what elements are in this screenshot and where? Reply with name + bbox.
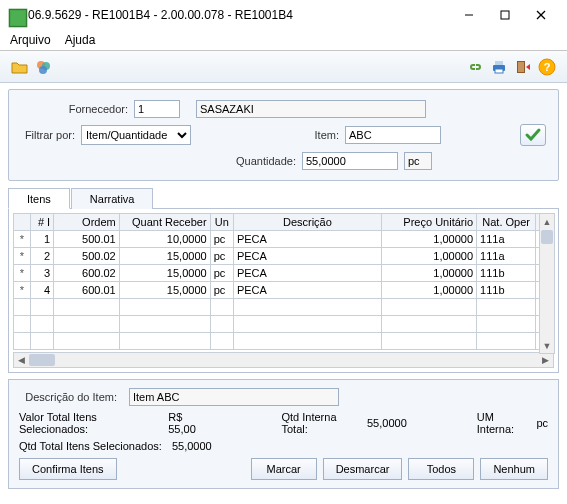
horizontal-scrollbar[interactable]: ◀ ▶ <box>13 352 554 368</box>
um-interna-value: pc <box>536 417 548 429</box>
cell-nat[interactable]: 111b <box>477 265 536 282</box>
menubar: Arquivo Ajuda <box>0 30 567 51</box>
cell-desc[interactable]: PECA <box>233 282 381 299</box>
table-row[interactable]: *4600.0115,0000pcPECA1,00000111b <box>14 282 547 299</box>
cell-ordem[interactable]: 500.01 <box>54 231 120 248</box>
help-icon[interactable]: ? <box>536 56 558 78</box>
cell-preco[interactable]: 1,00000 <box>381 265 476 282</box>
cell-nat[interactable]: 111b <box>477 282 536 299</box>
table-row[interactable]: *1500.0110,0000pcPECA1,00000111a <box>14 231 547 248</box>
cell-nat[interactable]: 111a <box>477 248 536 265</box>
hscroll-thumb[interactable] <box>29 354 55 366</box>
cell-seq[interactable]: 3 <box>30 265 53 282</box>
tab-bar: Itens Narrativa <box>8 187 559 208</box>
apply-filter-button[interactable] <box>520 124 546 146</box>
um-interna-label: UM Interna: <box>477 411 533 435</box>
cell-preco[interactable]: 1,00000 <box>381 248 476 265</box>
col-preco[interactable]: Preço Unitário <box>381 214 476 231</box>
cell-un[interactable]: pc <box>210 248 233 265</box>
cell-ordem[interactable]: 500.02 <box>54 248 120 265</box>
maximize-button[interactable] <box>487 0 523 30</box>
fornecedor-label: Fornecedor: <box>21 103 134 115</box>
filter-panel: Fornecedor: Filtrar por: Item/Quantidade… <box>8 89 559 181</box>
cell-un[interactable]: pc <box>210 265 233 282</box>
menu-ajuda[interactable]: Ajuda <box>65 33 96 47</box>
qtd-interna-value: 55,0000 <box>367 417 407 429</box>
toolbar: ? <box>0 51 567 83</box>
menu-arquivo[interactable]: Arquivo <box>10 33 51 47</box>
tab-itens[interactable]: Itens <box>8 188 70 209</box>
svg-point-7 <box>39 66 47 74</box>
col-seq[interactable]: # I <box>30 214 53 231</box>
row-mark: * <box>14 248 31 265</box>
desmarcar-button[interactable]: Desmarcar <box>323 458 403 480</box>
cell-desc[interactable]: PECA <box>233 248 381 265</box>
cell-desc[interactable]: PECA <box>233 265 381 282</box>
summary-panel: Descrição do Item: Valor Total Itens Sel… <box>8 379 559 489</box>
valor-total-value: R$ 55,00 <box>168 411 211 435</box>
color-circles-icon[interactable] <box>33 56 55 78</box>
item-input[interactable] <box>345 126 441 144</box>
nenhum-button[interactable]: Nenhum <box>480 458 548 480</box>
col-quant[interactable]: Quant Receber <box>119 214 210 231</box>
qtd-total-value: 55,0000 <box>172 440 212 452</box>
quantidade-input[interactable] <box>302 152 398 170</box>
todos-button[interactable]: Todos <box>408 458 474 480</box>
cell-seq[interactable]: 4 <box>30 282 53 299</box>
desc-item-label: Descrição do Item: <box>19 391 123 403</box>
cell-nat[interactable]: 111a <box>477 231 536 248</box>
printer-icon[interactable] <box>488 56 510 78</box>
table-row[interactable]: *3600.0215,0000pcPECA1,00000111b <box>14 265 547 282</box>
scroll-thumb[interactable] <box>541 230 553 244</box>
cell-quant[interactable]: 10,0000 <box>119 231 210 248</box>
app-icon <box>8 8 22 22</box>
scroll-right-icon[interactable]: ▶ <box>538 355 553 365</box>
table-row[interactable] <box>14 316 547 333</box>
items-grid[interactable]: # I Ordem Quant Receber Un Descrição Pre… <box>13 213 547 350</box>
svg-text:?: ? <box>544 61 551 73</box>
cell-seq[interactable]: 1 <box>30 231 53 248</box>
filtrar-por-label: Filtrar por: <box>21 129 81 141</box>
svg-rect-9 <box>495 61 503 65</box>
table-row[interactable]: *2500.0215,0000pcPECA1,00000111a <box>14 248 547 265</box>
svg-rect-0 <box>9 9 26 26</box>
cell-quant[interactable]: 15,0000 <box>119 265 210 282</box>
link-icon[interactable] <box>464 56 486 78</box>
qtd-interna-label: Qtd Interna Total: <box>281 411 363 435</box>
table-row[interactable] <box>14 333 547 350</box>
close-button[interactable] <box>523 0 559 30</box>
qtd-total-label: Qtd Total Itens Selecionados: <box>19 440 162 452</box>
col-mark[interactable] <box>14 214 31 231</box>
scroll-up-icon[interactable]: ▲ <box>540 214 554 229</box>
cell-preco[interactable]: 1,00000 <box>381 231 476 248</box>
col-un[interactable]: Un <box>210 214 233 231</box>
cell-preco[interactable]: 1,00000 <box>381 282 476 299</box>
vertical-scrollbar[interactable]: ▲ ▼ <box>539 213 555 354</box>
item-label: Item: <box>270 129 345 141</box>
cell-un[interactable]: pc <box>210 231 233 248</box>
cell-ordem[interactable]: 600.01 <box>54 282 120 299</box>
open-folder-icon[interactable] <box>9 56 31 78</box>
minimize-button[interactable] <box>451 0 487 30</box>
confirma-itens-button[interactable]: Confirma Itens <box>19 458 117 480</box>
cell-seq[interactable]: 2 <box>30 248 53 265</box>
marcar-button[interactable]: Marcar <box>251 458 317 480</box>
col-descricao[interactable]: Descrição <box>233 214 381 231</box>
col-ordem[interactable]: Ordem <box>54 214 120 231</box>
exit-door-icon[interactable] <box>512 56 534 78</box>
scroll-down-icon[interactable]: ▼ <box>540 338 554 353</box>
tab-narrativa[interactable]: Narrativa <box>71 188 154 209</box>
cell-un[interactable]: pc <box>210 282 233 299</box>
scroll-left-icon[interactable]: ◀ <box>14 355 29 365</box>
cell-ordem[interactable]: 600.02 <box>54 265 120 282</box>
table-row[interactable] <box>14 299 547 316</box>
desc-item-value <box>129 388 339 406</box>
cell-quant[interactable]: 15,0000 <box>119 248 210 265</box>
cell-quant[interactable]: 15,0000 <box>119 282 210 299</box>
fornecedor-name-display <box>196 100 426 118</box>
col-natoper[interactable]: Nat. Oper <box>477 214 536 231</box>
fornecedor-code-input[interactable] <box>134 100 180 118</box>
row-mark: * <box>14 265 31 282</box>
cell-desc[interactable]: PECA <box>233 231 381 248</box>
filtrar-por-select[interactable]: Item/Quantidade <box>81 125 191 145</box>
